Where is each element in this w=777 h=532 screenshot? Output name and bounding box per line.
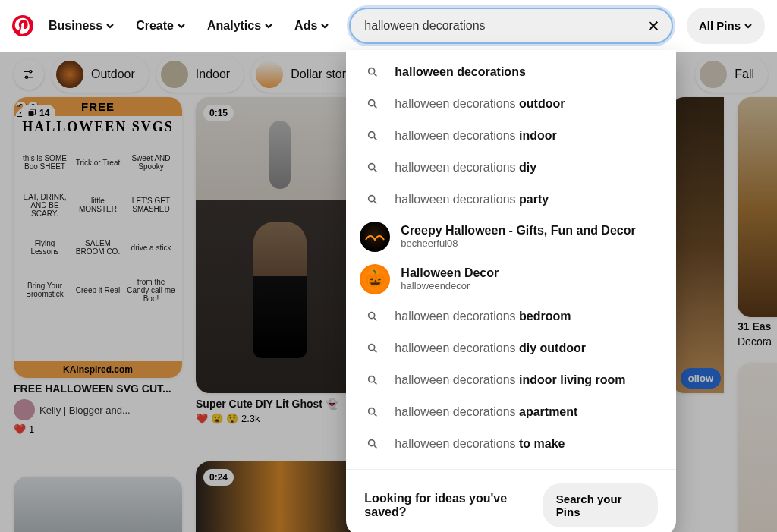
pin-card[interactable] [14, 477, 182, 532]
search-suggestion[interactable]: halloween decorations apartment [346, 396, 676, 428]
suggestion-text: halloween decorations indoor living room [395, 373, 625, 387]
svg-point-7 [369, 344, 375, 350]
heart-icon: ❤️ [14, 423, 26, 435]
chevron-down-icon [744, 21, 753, 30]
pin-card[interactable]: 0:24 Halloween [196, 461, 364, 532]
search-suggestion[interactable]: halloween decorations diy outdoor [346, 332, 676, 364]
suggestion-text: halloween decorations bedroom [395, 310, 571, 323]
video-duration-badge: 0:15 [203, 105, 234, 121]
profile-name: Halloween Decor [401, 266, 499, 280]
svg-point-10 [369, 439, 375, 445]
poster-cell: Trick or Treat [73, 143, 123, 182]
suggestion-text: halloween decorations outdoor [395, 97, 565, 111]
search-icon [364, 436, 381, 452]
nav-business[interactable]: Business [42, 11, 121, 40]
nav-ads[interactable]: Ads [288, 11, 335, 40]
profile-username: becheerful08 [401, 238, 635, 249]
filter-toggle-button[interactable] [14, 59, 44, 90]
profile-username: halloweendecor [401, 280, 499, 291]
surprised-icon: 😲 [226, 413, 238, 424]
search-icon [364, 308, 381, 325]
heart-icon: ❤️ [196, 413, 208, 424]
svg-point-9 [369, 408, 375, 414]
search-input[interactable] [364, 19, 635, 33]
search-your-pins-button[interactable]: Search your Pins [543, 483, 658, 527]
search-suggestion[interactable]: halloween decorations [346, 56, 676, 88]
suggestion-text: halloween decorations apartment [395, 405, 577, 419]
poster-cell: LET'S GET SMASHED [126, 185, 176, 225]
search-icon [364, 64, 381, 80]
search-suggestion[interactable]: halloween decorations diy [346, 152, 676, 184]
poster-cell: Creep it Real [73, 270, 123, 310]
search-suggestion[interactable]: halloween decorations indoor [346, 120, 676, 152]
pin-image: 26 FREE HALLOWEEN SVGS this is SOME Boo … [14, 97, 182, 378]
search-suggestion[interactable]: halloween decorations bedroom [346, 301, 676, 332]
svg-point-6 [369, 312, 375, 318]
sliders-icon [22, 68, 36, 81]
clear-search-button[interactable] [644, 17, 662, 35]
search-container: halloween decorationshalloween decoratio… [349, 8, 673, 44]
search-icon [364, 191, 381, 208]
dropdown-footer-text: Looking for ideas you've saved? [364, 492, 543, 519]
pin-image [196, 97, 364, 393]
poster-cell: little MONSTER [73, 185, 123, 225]
chevron-down-icon [320, 21, 329, 30]
nav-create[interactable]: Create [130, 11, 192, 40]
svg-point-4 [369, 163, 375, 169]
pin-title[interactable]: FREE HALLOWEEN SVG CUT... [14, 382, 182, 395]
poster-cell: Flying Lessons [20, 228, 70, 267]
collection-count-badge: 14 [21, 105, 55, 121]
pinterest-logo[interactable] [12, 15, 33, 36]
wow-icon: 😮 [211, 413, 223, 424]
pin-title[interactable]: Super Cute DIY Lit Ghost 👻 [196, 398, 364, 410]
profile-name: Creepy Halloween - Gifts, Fun and Decor [401, 224, 635, 238]
search-box[interactable] [349, 8, 673, 44]
pin-author[interactable]: Kelly | Blogger and... [14, 399, 182, 420]
svg-point-3 [369, 131, 375, 137]
nav-analytics[interactable]: Analytics [201, 11, 279, 40]
search-icon [364, 127, 381, 144]
video-duration-badge: 0:24 [203, 469, 234, 486]
search-icon [364, 340, 381, 357]
search-suggestion-profile[interactable]: 🎃Halloween Decorhalloweendecor [346, 258, 676, 301]
all-pins-filter[interactable]: All Pins [687, 8, 765, 44]
search-icon [364, 159, 381, 176]
poster-cell: from the Candy call me Boo! [126, 270, 176, 310]
search-suggestion[interactable]: halloween decorations outdoor [346, 88, 676, 120]
svg-point-5 [369, 195, 375, 201]
poster-cell: Sweet AND Spooky [126, 143, 176, 182]
search-icon [364, 404, 381, 420]
poster-cell: SALEM BROOM CO. [73, 228, 123, 267]
poster-cell: this is SOME Boo SHEET [20, 143, 70, 182]
follow-button[interactable]: ollow [681, 368, 721, 389]
pin-card[interactable]: 26 FREE HALLOWEEN SVGS this is SOME Boo … [14, 97, 182, 378]
chip-indoor[interactable]: Indoor [156, 56, 244, 93]
search-icon [364, 372, 381, 389]
search-suggestion[interactable]: halloween decorations to make [346, 428, 676, 460]
svg-point-1 [369, 68, 375, 74]
chip-fall[interactable]: Fall [695, 56, 768, 93]
suggestion-text: halloween decorations indoor [395, 129, 556, 143]
poster-cell: Bring Your Broomstick [20, 270, 70, 310]
chip-outdoor[interactable]: Outdoor [52, 56, 149, 93]
pin-subtitle: Decora [738, 335, 777, 348]
pin-card[interactable] [738, 97, 777, 317]
search-suggestion-profile[interactable]: Creepy Halloween - Gifts, Fun and Decorb… [346, 216, 676, 258]
search-suggestion[interactable]: halloween decorations indoor living room [346, 364, 676, 396]
poster-cell: drive a stick [126, 228, 176, 267]
chevron-down-icon [264, 21, 273, 30]
chevron-down-icon [177, 21, 186, 30]
pin-card[interactable] [738, 363, 777, 532]
top-nav: Business Create Analytics Ads halloween … [0, 0, 777, 52]
suggestion-text: halloween decorations diy outdoor [395, 342, 586, 355]
search-suggestion[interactable]: halloween decorations party [346, 184, 676, 216]
poster-cell: EAT, DRINK, AND BE SCARY. [20, 185, 70, 225]
suggestion-text: halloween decorations party [395, 193, 549, 206]
pin-card[interactable]: ollow [671, 97, 724, 393]
close-icon [646, 19, 660, 33]
pin-reactions: ❤️😮😲2.3k [196, 413, 364, 424]
avatar [14, 399, 35, 420]
svg-point-2 [369, 99, 375, 105]
pin-card[interactable]: 0:15 [196, 97, 364, 393]
pin-title[interactable]: 31 Eas [738, 320, 777, 332]
